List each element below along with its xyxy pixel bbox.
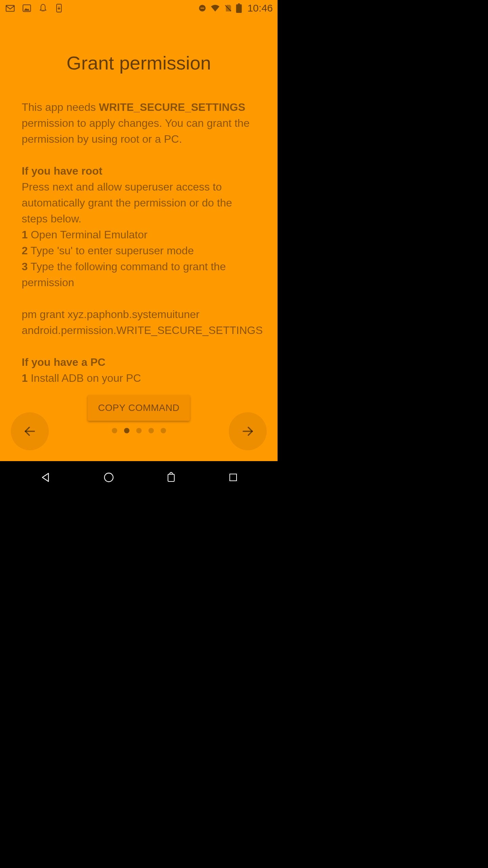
pager-dot-4[interactable] (161, 428, 166, 433)
status-clock: 10:46 (247, 2, 273, 14)
photos-icon (22, 3, 32, 13)
body-text: This app needs WRITE_SECURE_SETTINGS per… (22, 99, 256, 386)
root-heading: If you have root (22, 163, 256, 179)
copy-command-button[interactable]: COPY COMMAND (88, 395, 189, 421)
nav-back-icon[interactable] (39, 471, 52, 484)
battery-icon (236, 3, 242, 13)
nav-clipboard-icon[interactable] (166, 471, 177, 484)
pager-dot-2[interactable] (136, 428, 142, 433)
pager-dot-1[interactable] (124, 428, 129, 433)
pager-dot-3[interactable] (148, 428, 154, 433)
download-icon (54, 3, 64, 13)
svg-rect-12 (230, 474, 237, 481)
wifi-icon (210, 3, 220, 13)
nav-recents-icon[interactable] (228, 472, 238, 482)
svg-rect-4 (201, 8, 204, 8)
dnd-icon (198, 4, 207, 13)
status-bar: 10:46 (0, 0, 278, 16)
root-step2-text: Type 'su' to enter superuser mode (28, 244, 194, 257)
root-step1-num: 1 (22, 229, 28, 241)
page-title: Grant permission (22, 52, 256, 74)
pager-dot-0[interactable] (112, 428, 117, 433)
svg-rect-11 (168, 474, 175, 481)
root-description: Press next and allow superuser access to… (22, 179, 256, 227)
intro-prefix: This app needs (22, 101, 99, 113)
pager-dots (112, 428, 166, 433)
arrow-left-icon (23, 425, 37, 438)
svg-point-10 (104, 473, 113, 482)
pc-step1-num: 1 (22, 372, 28, 384)
back-button[interactable] (11, 412, 49, 450)
intro-suffix: permission to apply changes. You can gra… (22, 117, 249, 145)
content-area: Grant permission This app needs WRITE_SE… (0, 16, 278, 461)
next-button[interactable] (229, 412, 267, 450)
svg-rect-6 (236, 4, 242, 13)
root-step3-text: Type the following command to grant the … (22, 260, 226, 289)
pc-heading: If you have a PC (22, 354, 256, 370)
svg-rect-0 (6, 5, 14, 11)
no-sim-icon (224, 4, 232, 13)
svg-rect-7 (238, 3, 240, 4)
intro-permission-name: WRITE_SECURE_SETTINGS (99, 101, 245, 113)
root-step1-text: Open Terminal Emulator (28, 229, 147, 241)
gmail-icon (5, 3, 16, 14)
ghost-icon (38, 3, 48, 13)
android-navbar (0, 461, 278, 494)
command-text: pm grant xyz.paphonb.systemuituner andro… (22, 307, 256, 338)
root-step2-num: 2 (22, 244, 28, 257)
nav-home-icon[interactable] (103, 472, 115, 483)
root-step3-num: 3 (22, 260, 28, 273)
arrow-right-icon (241, 425, 255, 438)
pc-step1-text: Install ADB on your PC (28, 372, 141, 384)
